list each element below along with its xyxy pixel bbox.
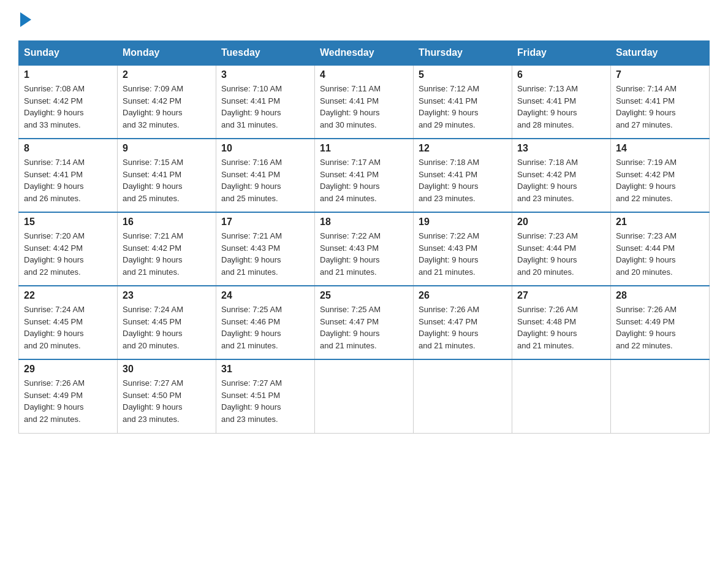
day-info: Sunrise: 7:19 AMSunset: 4:42 PMDaylight:… xyxy=(616,156,704,204)
calendar-header-row: SundayMondayTuesdayWednesdayThursdayFrid… xyxy=(19,41,710,66)
day-number: 29 xyxy=(24,364,112,375)
calendar-cell: 22Sunrise: 7:24 AMSunset: 4:45 PMDayligh… xyxy=(19,286,118,359)
calendar-cell: 5Sunrise: 7:12 AMSunset: 4:41 PMDaylight… xyxy=(414,65,512,139)
day-number: 31 xyxy=(221,364,309,375)
day-info: Sunrise: 7:21 AMSunset: 4:42 PMDaylight:… xyxy=(123,230,211,278)
calendar-cell: 9Sunrise: 7:15 AMSunset: 4:41 PMDaylight… xyxy=(118,139,216,212)
day-info: Sunrise: 7:26 AMSunset: 4:47 PMDaylight:… xyxy=(419,304,507,351)
day-number: 26 xyxy=(419,290,507,301)
calendar-cell: 20Sunrise: 7:23 AMSunset: 4:44 PMDayligh… xyxy=(512,212,611,286)
day-number: 18 xyxy=(320,216,408,228)
day-info: Sunrise: 7:27 AMSunset: 4:51 PMDaylight:… xyxy=(221,377,309,425)
day-info: Sunrise: 7:11 AMSunset: 4:41 PMDaylight:… xyxy=(320,83,408,131)
day-info: Sunrise: 7:23 AMSunset: 4:44 PMDaylight:… xyxy=(517,230,605,278)
calendar-cell xyxy=(414,359,512,433)
day-number: 3 xyxy=(221,69,309,80)
calendar-cell: 27Sunrise: 7:26 AMSunset: 4:48 PMDayligh… xyxy=(512,286,611,359)
col-header-wednesday: Wednesday xyxy=(315,41,414,66)
day-info: Sunrise: 7:08 AMSunset: 4:42 PMDaylight:… xyxy=(24,83,112,131)
calendar-week-row: 22Sunrise: 7:24 AMSunset: 4:45 PMDayligh… xyxy=(19,286,710,359)
calendar-cell xyxy=(611,359,710,433)
calendar-table: SundayMondayTuesdayWednesdayThursdayFrid… xyxy=(18,40,710,434)
col-header-friday: Friday xyxy=(512,41,611,66)
day-info: Sunrise: 7:27 AMSunset: 4:50 PMDaylight:… xyxy=(123,377,211,425)
day-info: Sunrise: 7:10 AMSunset: 4:41 PMDaylight:… xyxy=(221,83,309,131)
day-info: Sunrise: 7:18 AMSunset: 4:41 PMDaylight:… xyxy=(419,156,507,204)
calendar-cell: 7Sunrise: 7:14 AMSunset: 4:41 PMDaylight… xyxy=(611,65,710,139)
calendar-cell: 13Sunrise: 7:18 AMSunset: 4:42 PMDayligh… xyxy=(512,139,611,212)
calendar-cell: 4Sunrise: 7:11 AMSunset: 4:41 PMDaylight… xyxy=(315,65,414,139)
day-number: 4 xyxy=(320,69,408,80)
day-number: 17 xyxy=(221,216,309,228)
day-number: 24 xyxy=(221,290,309,301)
day-number: 5 xyxy=(419,69,507,80)
calendar-cell: 6Sunrise: 7:13 AMSunset: 4:41 PMDaylight… xyxy=(512,65,611,139)
day-info: Sunrise: 7:14 AMSunset: 4:41 PMDaylight:… xyxy=(616,83,704,131)
calendar-week-row: 15Sunrise: 7:20 AMSunset: 4:42 PMDayligh… xyxy=(19,212,710,286)
logo-arrow-icon xyxy=(20,12,31,27)
day-number: 22 xyxy=(24,290,112,301)
day-info: Sunrise: 7:13 AMSunset: 4:41 PMDaylight:… xyxy=(517,83,605,131)
day-number: 16 xyxy=(123,216,211,228)
day-number: 11 xyxy=(320,143,408,154)
day-number: 6 xyxy=(517,69,605,80)
calendar-cell: 8Sunrise: 7:14 AMSunset: 4:41 PMDaylight… xyxy=(19,139,118,212)
day-number: 21 xyxy=(616,216,704,228)
day-info: Sunrise: 7:26 AMSunset: 4:48 PMDaylight:… xyxy=(517,304,605,351)
day-info: Sunrise: 7:26 AMSunset: 4:49 PMDaylight:… xyxy=(24,377,112,425)
day-number: 20 xyxy=(517,216,605,228)
day-number: 8 xyxy=(24,143,112,154)
day-number: 10 xyxy=(221,143,309,154)
calendar-cell xyxy=(315,359,414,433)
calendar-cell: 1Sunrise: 7:08 AMSunset: 4:42 PMDaylight… xyxy=(19,65,118,139)
calendar-cell: 16Sunrise: 7:21 AMSunset: 4:42 PMDayligh… xyxy=(118,212,216,286)
calendar-cell: 28Sunrise: 7:26 AMSunset: 4:49 PMDayligh… xyxy=(611,286,710,359)
calendar-cell: 2Sunrise: 7:09 AMSunset: 4:42 PMDaylight… xyxy=(118,65,216,139)
day-info: Sunrise: 7:23 AMSunset: 4:44 PMDaylight:… xyxy=(616,230,704,278)
col-header-thursday: Thursday xyxy=(414,41,512,66)
logo-text xyxy=(18,12,31,28)
day-info: Sunrise: 7:26 AMSunset: 4:49 PMDaylight:… xyxy=(616,304,704,351)
day-info: Sunrise: 7:25 AMSunset: 4:47 PMDaylight:… xyxy=(320,304,408,351)
calendar-cell: 18Sunrise: 7:22 AMSunset: 4:43 PMDayligh… xyxy=(315,212,414,286)
calendar-week-row: 8Sunrise: 7:14 AMSunset: 4:41 PMDaylight… xyxy=(19,139,710,212)
col-header-monday: Monday xyxy=(118,41,216,66)
day-info: Sunrise: 7:24 AMSunset: 4:45 PMDaylight:… xyxy=(123,304,211,351)
calendar-cell: 30Sunrise: 7:27 AMSunset: 4:50 PMDayligh… xyxy=(118,359,216,433)
day-number: 25 xyxy=(320,290,408,301)
day-number: 28 xyxy=(616,290,704,301)
logo xyxy=(18,12,31,28)
day-number: 23 xyxy=(123,290,211,301)
day-number: 2 xyxy=(123,69,211,80)
day-number: 30 xyxy=(123,364,211,375)
day-info: Sunrise: 7:17 AMSunset: 4:41 PMDaylight:… xyxy=(320,156,408,204)
calendar-cell: 19Sunrise: 7:22 AMSunset: 4:43 PMDayligh… xyxy=(414,212,512,286)
col-header-saturday: Saturday xyxy=(611,41,710,66)
day-info: Sunrise: 7:25 AMSunset: 4:46 PMDaylight:… xyxy=(221,304,309,351)
calendar-cell: 26Sunrise: 7:26 AMSunset: 4:47 PMDayligh… xyxy=(414,286,512,359)
calendar-cell: 23Sunrise: 7:24 AMSunset: 4:45 PMDayligh… xyxy=(118,286,216,359)
day-number: 15 xyxy=(24,216,112,228)
calendar-cell: 24Sunrise: 7:25 AMSunset: 4:46 PMDayligh… xyxy=(216,286,315,359)
day-info: Sunrise: 7:24 AMSunset: 4:45 PMDaylight:… xyxy=(24,304,112,351)
col-header-sunday: Sunday xyxy=(19,41,118,66)
calendar-cell: 10Sunrise: 7:16 AMSunset: 4:41 PMDayligh… xyxy=(216,139,315,212)
day-number: 27 xyxy=(517,290,605,301)
calendar-cell: 21Sunrise: 7:23 AMSunset: 4:44 PMDayligh… xyxy=(611,212,710,286)
day-number: 12 xyxy=(419,143,507,154)
day-info: Sunrise: 7:20 AMSunset: 4:42 PMDaylight:… xyxy=(24,230,112,278)
day-info: Sunrise: 7:15 AMSunset: 4:41 PMDaylight:… xyxy=(123,156,211,204)
calendar-cell: 12Sunrise: 7:18 AMSunset: 4:41 PMDayligh… xyxy=(414,139,512,212)
calendar-cell: 11Sunrise: 7:17 AMSunset: 4:41 PMDayligh… xyxy=(315,139,414,212)
page-header xyxy=(18,12,710,28)
calendar-cell: 15Sunrise: 7:20 AMSunset: 4:42 PMDayligh… xyxy=(19,212,118,286)
day-info: Sunrise: 7:22 AMSunset: 4:43 PMDaylight:… xyxy=(320,230,408,278)
calendar-cell: 3Sunrise: 7:10 AMSunset: 4:41 PMDaylight… xyxy=(216,65,315,139)
day-info: Sunrise: 7:09 AMSunset: 4:42 PMDaylight:… xyxy=(123,83,211,131)
col-header-tuesday: Tuesday xyxy=(216,41,315,66)
day-info: Sunrise: 7:21 AMSunset: 4:43 PMDaylight:… xyxy=(221,230,309,278)
day-info: Sunrise: 7:22 AMSunset: 4:43 PMDaylight:… xyxy=(419,230,507,278)
day-number: 14 xyxy=(616,143,704,154)
day-info: Sunrise: 7:14 AMSunset: 4:41 PMDaylight:… xyxy=(24,156,112,204)
day-number: 13 xyxy=(517,143,605,154)
